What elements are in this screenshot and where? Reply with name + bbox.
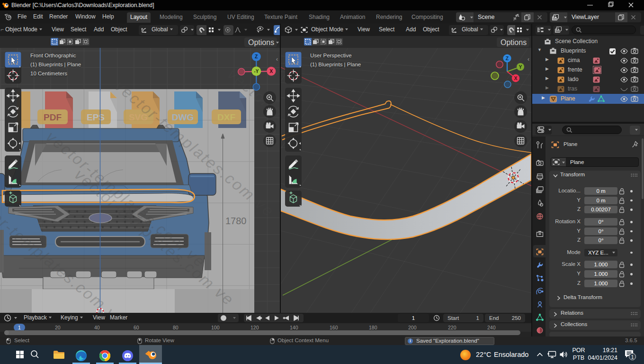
svg-text:-Y: -Y (254, 69, 259, 74)
svg-text:DXF: DXF (217, 112, 235, 122)
svg-text:X: X (269, 68, 273, 74)
svg-text:PDF: PDF (44, 112, 62, 122)
svg-text:Y: Y (519, 64, 522, 70)
svg-text:1780: 1780 (225, 216, 247, 226)
svg-text:X: X (514, 75, 517, 81)
svg-text:Z: Z (255, 54, 258, 59)
svg-text:Z: Z (506, 55, 509, 61)
svg-text:EPS: EPS (87, 112, 105, 122)
